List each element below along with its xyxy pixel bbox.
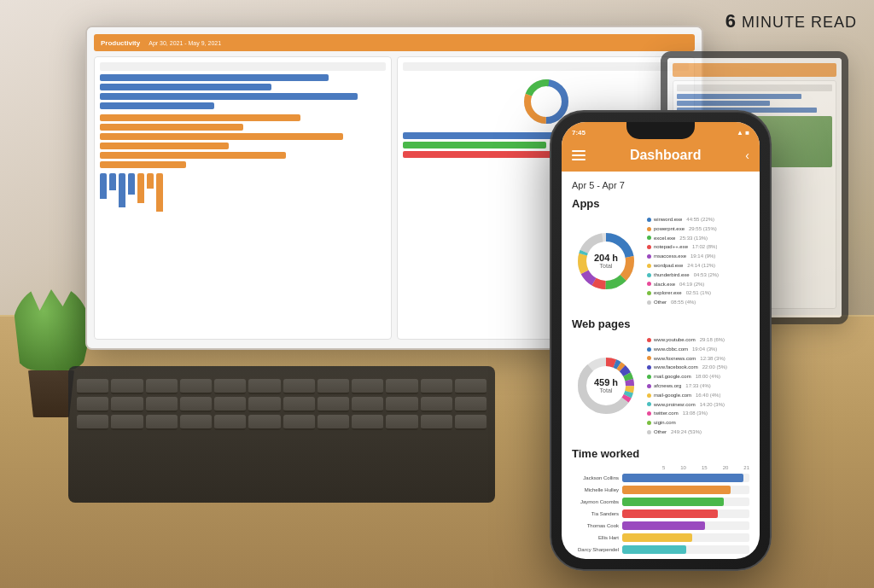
- key-20: [318, 397, 349, 412]
- web-legend-item: www.proinesr.com 14:20 (3%): [647, 400, 749, 410]
- time-worker-row: Tia Sanders: [572, 509, 749, 518]
- key-35: [421, 415, 452, 430]
- worker-name: Darcy Sharpendel: [572, 547, 619, 552]
- hamburger-line-1: [572, 150, 586, 152]
- key-24: [455, 397, 487, 412]
- key-16: [180, 397, 212, 412]
- legend-label: www.facebook.com: [654, 363, 698, 372]
- web-donut-chart: 459 h Total: [572, 352, 640, 420]
- bar-fill: [622, 498, 724, 506]
- legend-label: slack.exe: [654, 280, 675, 289]
- legend-dot: [647, 384, 651, 388]
- legend-label: twitter.com: [654, 409, 679, 418]
- legend-value: 02:51 (1%): [686, 288, 711, 298]
- web-legend-item: mail-google.com 16:40 (4%): [647, 391, 749, 400]
- key-28: [180, 415, 212, 430]
- mini-bar-6: [147, 173, 154, 189]
- bar-fill: [622, 474, 743, 482]
- apps-legend-item: winword.exe 44:55 (22%): [647, 215, 749, 224]
- back-chevron-icon[interactable]: ‹: [745, 149, 749, 161]
- laptop-bar-8: [100, 143, 229, 149]
- legend-dot: [647, 430, 651, 434]
- legend-dot: [647, 273, 651, 277]
- legend-label: msaccess.exe: [654, 252, 686, 261]
- bar-track: [622, 486, 749, 494]
- hamburger-icon[interactable]: [572, 150, 586, 160]
- key-10: [386, 379, 417, 394]
- apps-legend-item: Other 08:55 (4%): [647, 298, 749, 307]
- key-17: [214, 397, 246, 412]
- legend-value: 18:00 (4%): [696, 372, 720, 381]
- axis-label: 10: [680, 465, 686, 470]
- legend-label: afcnews.org: [654, 381, 681, 391]
- bar-fill: [622, 486, 731, 494]
- mini-bar-4: [128, 173, 135, 195]
- web-legend-item: uigin.com: [647, 418, 749, 428]
- legend-label: Other: [654, 428, 667, 437]
- key-23: [421, 397, 452, 412]
- legend-dot: [647, 236, 651, 240]
- legend-dot: [647, 356, 651, 360]
- time-worked-title: Time worked: [572, 447, 749, 460]
- key-6: [248, 379, 280, 394]
- laptop-bar-1: [100, 74, 329, 81]
- phone-container: 7:45 ▲ ■ Dashboard ‹ Apr 5 - Apr 7 Apps: [550, 110, 772, 571]
- key-36: [455, 415, 487, 430]
- legend-dot: [647, 282, 651, 286]
- key-1: [77, 379, 108, 394]
- key-2: [111, 379, 143, 394]
- mini-bar-3: [119, 173, 125, 207]
- web-legend-item: www.foxnews.com 12:38 (3%): [647, 354, 749, 364]
- laptop-bar-6: [100, 124, 243, 131]
- bar-track: [622, 533, 749, 542]
- key-5: [214, 379, 246, 394]
- legend-value: 249:24 (53%): [671, 428, 702, 437]
- key-18: [248, 397, 280, 412]
- legend-dot: [647, 375, 651, 379]
- keyboard-keys: [68, 366, 495, 443]
- key-15: [146, 397, 178, 412]
- worker-name: Thomas Cook: [572, 523, 619, 528]
- axis-label: 21: [743, 465, 749, 470]
- laptop-bar-3: [100, 93, 358, 100]
- legend-dot: [647, 411, 651, 416]
- mini-bar-2: [109, 173, 116, 190]
- apps-section-title: Apps: [572, 197, 749, 210]
- read-text: MINUTE READ: [742, 14, 857, 31]
- web-total-label: Total: [594, 388, 618, 394]
- bar-fill: [622, 545, 686, 554]
- legend-label: thunderbird.exe: [654, 271, 690, 280]
- laptop-title: Productivity: [101, 39, 140, 47]
- legend-value: 16:40 (4%): [696, 391, 720, 400]
- tablet-header: [673, 63, 836, 77]
- key-32: [318, 415, 349, 430]
- legend-value: 44:55 (22%): [686, 215, 714, 224]
- legend-value: 04:53 (2%): [694, 271, 719, 280]
- laptop-date: Apr 30, 2021 - May 9, 2021: [149, 40, 221, 46]
- key-4: [180, 379, 212, 394]
- legend-value: 19:14 (9%): [690, 252, 715, 261]
- key-27: [146, 415, 178, 430]
- apps-legend: winword.exe 44:55 (22%) powerpnt.exe 29:…: [647, 215, 749, 307]
- time-worker-row: Jackson Collins: [572, 474, 749, 482]
- time-worker-row: Darcy Sharpendel: [572, 545, 749, 554]
- web-legend-item: mail.google.com 18:00 (4%): [647, 372, 749, 381]
- legend-value: 25:33 (13%): [679, 234, 708, 243]
- legend-label: powerpnt.exe: [654, 224, 685, 234]
- laptop-bar-7: [100, 133, 343, 140]
- legend-label: mail-google.com: [654, 391, 691, 400]
- worker-name: Michelle Hulley: [572, 487, 619, 492]
- plant-leaves: [13, 285, 90, 370]
- web-legend-item: www.cbbc.com 19:04 (3%): [647, 345, 749, 354]
- legend-value: 08:55 (4%): [671, 298, 696, 307]
- time-worker-row: Thomas Cook: [572, 521, 749, 530]
- legend-value: 14:20 (3%): [700, 400, 725, 410]
- t-bar-3: [677, 101, 770, 106]
- legend-label: www.proinesr.com: [654, 400, 696, 410]
- legend-dot: [647, 393, 651, 398]
- bar-track: [622, 474, 749, 482]
- key-29: [214, 415, 246, 430]
- legend-value: 22:00 (5%): [702, 363, 727, 372]
- key-14: [111, 397, 143, 412]
- apps-donut-chart: 204 h Total: [572, 227, 640, 295]
